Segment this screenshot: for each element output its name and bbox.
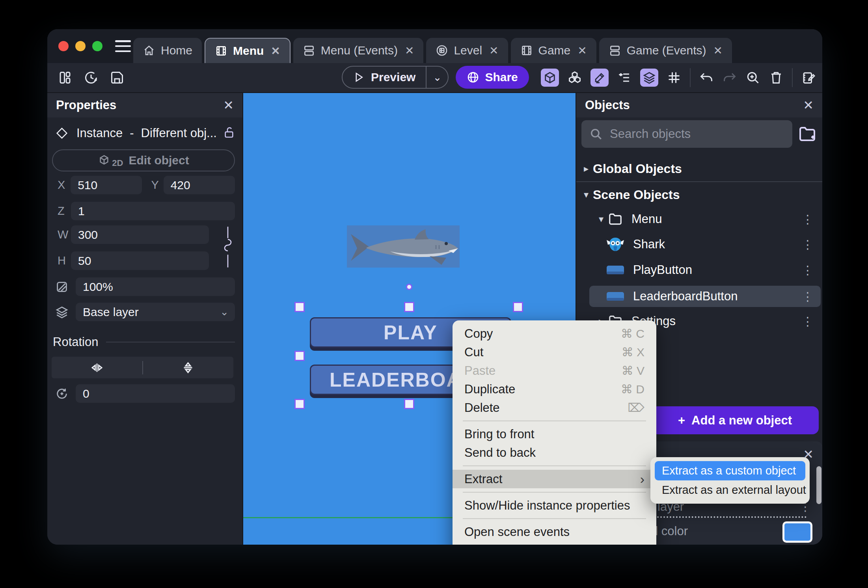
search-objects-input[interactable]: Search objects [581,120,792,148]
edit-mode-icon[interactable] [590,69,609,87]
close-objects-icon[interactable]: ✕ [803,98,814,113]
x-input[interactable]: 510 [71,176,142,194]
close-tab-icon[interactable]: ✕ [713,44,722,57]
trash-icon[interactable] [769,70,784,85]
rotation-handle[interactable] [406,284,412,290]
row-menu-icon[interactable]: ⋮ [802,263,814,277]
menu-item-duplicate[interactable]: Duplicate⌘ D [453,380,656,398]
preview-options-dropdown[interactable]: ⌄ [427,66,449,89]
flip-horizontal-button[interactable] [52,361,142,375]
close-tab-icon[interactable]: ✕ [577,44,587,57]
menu-item-show-hide-instance-properties[interactable]: Show/Hide instance properties [453,496,656,515]
redo-icon[interactable] [722,70,737,85]
selection-handle-top-left[interactable] [294,302,305,312]
object-row-leaderboardbutton[interactable]: LeaderboardButton ⋮ [576,287,822,306]
menu-divider [463,421,646,421]
selection-handle-bottom-left[interactable] [294,399,305,409]
flip-vertical-button[interactable] [143,361,234,375]
submenu-arrow-icon: › [640,471,644,487]
panels-layout-icon[interactable] [58,70,73,85]
zoom-icon[interactable] [745,70,760,85]
menu-item-open-scene-properties[interactable]: Open scene properties [453,541,656,545]
save-icon[interactable] [110,70,125,85]
object-groups-icon[interactable] [567,70,582,85]
menu-item-delete[interactable]: Delete⌦ [453,398,656,417]
scrollbar-thumb[interactable] [816,466,821,504]
menu-item-copy[interactable]: Copy⌘ C [453,324,656,343]
selection-handle-mid-left[interactable] [294,351,305,361]
grid-icon[interactable] [667,70,682,85]
layers-panel-icon[interactable] [640,69,658,87]
selection-handle-bottom-center[interactable] [404,399,414,409]
menu-item-open-scene-events[interactable]: Open scene events [453,523,656,541]
y-input[interactable]: 420 [164,176,235,194]
object-row-playbutton[interactable]: PlayButton ⋮ [576,261,822,279]
instance-properties-icon[interactable] [617,70,632,85]
close-properties-icon[interactable]: ✕ [223,98,234,113]
layer-select[interactable]: Base layer ⌄ [76,303,235,321]
opacity-input[interactable]: 100% [76,277,235,296]
tab-level[interactable]: Level ✕ [426,38,508,63]
close-tab-icon[interactable]: ✕ [489,44,498,57]
object-row-label: Shark [633,237,665,251]
menu-item-bring-to-front[interactable]: Bring to front [453,425,656,443]
row-menu-icon[interactable]: ⋮ [802,314,814,328]
submenu-item-extract-custom-object[interactable]: Extract as a custom object [655,461,805,480]
tab-menu-events[interactable]: Menu (Events) ✕ [293,38,424,63]
history-icon[interactable] [84,70,99,85]
menu-item-cut[interactable]: Cut⌘ X [453,343,656,361]
link-dimensions-toggle[interactable] [220,225,236,270]
selection-handle-top-right[interactable] [513,302,523,312]
play-button-text: PLAY [384,321,438,344]
close-tab-icon[interactable]: ✕ [271,45,280,58]
tab-home[interactable]: Home [133,38,202,63]
menu-item-send-to-back[interactable]: Send to back [453,443,656,462]
instance-object-name: Different obj... [141,126,217,140]
shark-sprite[interactable] [347,225,460,268]
object-row-shark[interactable]: Shark ⋮ [576,235,822,254]
close-tab-icon[interactable]: ✕ [405,44,414,57]
edit-object-button[interactable]: 2D Edit object [52,149,235,171]
main-menu-icon[interactable] [115,40,131,52]
add-new-object-button[interactable]: + Add a new object [651,406,819,434]
rotation-input[interactable]: 0 [76,384,235,403]
z-input[interactable]: 1 [71,202,235,220]
lock-open-icon[interactable] [223,126,235,140]
row-menu-icon[interactable]: ⋮ [802,238,814,251]
menu-item-extract[interactable]: Extract› [453,470,656,488]
extract-submenu: Extract as a custom object Extract as an… [650,457,810,504]
maximize-window-button[interactable] [92,41,102,51]
scene-notes-icon[interactable] [801,70,816,85]
shark-object-icon [606,236,624,253]
tab-game-events[interactable]: Game (Events) ✕ [599,38,732,63]
share-button[interactable]: Share [456,66,529,89]
scene-objects-section[interactable]: ▾ Scene Objects [576,185,822,204]
toolbar-divider [690,68,691,87]
rotation-row: 0 [55,384,235,403]
submenu-item-extract-external-layout[interactable]: Extract as an external layout [655,480,805,500]
global-objects-section[interactable]: ▸ Global Objects [576,159,822,178]
w-label: W [58,228,69,241]
titlebar: Home Menu ✕ Menu (Events) ✕ Level ✕ Game… [47,29,822,63]
w-input[interactable]: 300 [71,225,209,244]
row-menu-icon[interactable]: ⋮ [802,290,814,303]
undo-icon[interactable] [699,70,714,85]
menu-item-paste[interactable]: Paste⌘ V [453,361,656,380]
background-color-swatch[interactable] [782,521,812,543]
height-row: H 50 [58,251,235,270]
tab-menu[interactable]: Menu ✕ [205,38,291,63]
folder-icon [608,212,623,227]
objects-mode-icon[interactable] [541,69,559,87]
minimize-window-button[interactable] [75,41,86,51]
object-folder-menu[interactable]: ▾ Menu ⋮ [576,210,822,229]
h-input[interactable]: 50 [71,251,209,270]
add-folder-icon[interactable] [798,125,817,145]
tab-game[interactable]: Game ✕ [511,38,596,63]
preview-button[interactable]: Preview [342,66,427,89]
selection-handle-top-center[interactable] [404,302,414,312]
row-menu-icon[interactable]: ⋮ [802,212,814,226]
globe-icon [467,71,479,84]
background-color-label-fragment: d color [651,524,688,538]
close-window-button[interactable] [58,41,69,51]
scene-icon [520,44,533,57]
